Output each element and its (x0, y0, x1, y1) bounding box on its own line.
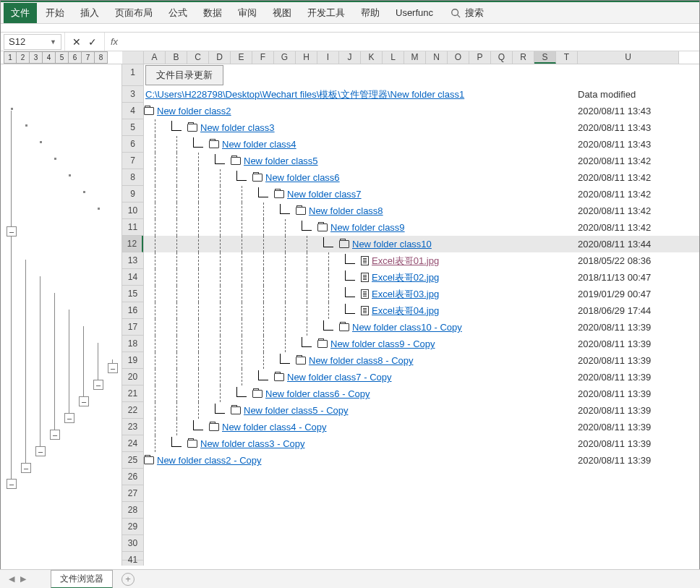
outline-collapse-button[interactable]: – (93, 380, 103, 390)
row-header-28[interactable]: 28 (122, 502, 143, 519)
ribbon-tab-开始[interactable]: 开始 (38, 3, 72, 23)
cancel-icon[interactable]: ✕ (72, 36, 81, 48)
add-sheet-button[interactable]: + (121, 573, 135, 586)
folder-link[interactable]: New folder class2 (157, 106, 231, 116)
outline-collapse-button[interactable]: – (64, 413, 74, 423)
outline-collapse-button[interactable]: – (108, 363, 118, 373)
col-header-F[interactable]: F (252, 51, 274, 64)
row-header-11[interactable]: 11 (122, 219, 143, 236)
file-link[interactable]: Excel表哥04.jpg (372, 304, 439, 318)
col-header-L[interactable]: L (383, 51, 404, 64)
folder-link[interactable]: New folder class7 - Copy (287, 372, 392, 383)
col-header-P[interactable]: P (469, 51, 491, 64)
col-header-B[interactable]: B (166, 51, 187, 64)
col-header-J[interactable]: J (339, 51, 361, 64)
folder-link[interactable]: New folder class9 (330, 222, 405, 233)
row-header-12[interactable]: 12 (122, 236, 143, 252)
row-header-7[interactable]: 7 (122, 153, 143, 169)
col-header-C[interactable]: C (187, 51, 209, 64)
ribbon-tab-Userfunc[interactable]: Userfunc (388, 4, 440, 22)
col-header-R[interactable]: R (513, 51, 534, 64)
row-header-14[interactable]: 14 (122, 269, 143, 286)
col-header-D[interactable]: D (209, 51, 231, 64)
folder-link[interactable]: New folder class6 (265, 172, 340, 183)
col-header-E[interactable]: E (231, 51, 252, 64)
row-header-17[interactable]: 17 (122, 319, 143, 336)
row-header-41[interactable]: 41 (122, 552, 143, 561)
formula-input[interactable] (124, 33, 699, 51)
col-header-I[interactable]: I (317, 51, 339, 64)
row-header-21[interactable]: 21 (122, 385, 143, 402)
col-header-N[interactable]: N (426, 51, 448, 64)
folder-link[interactable]: New folder class3 - Copy (200, 438, 305, 449)
folder-link[interactable]: New folder class6 - Copy (265, 388, 370, 399)
row-header-10[interactable]: 10 (122, 203, 143, 219)
folder-link[interactable]: New folder class10 (352, 239, 432, 250)
folder-link[interactable]: New folder class4 - Copy (222, 422, 327, 433)
confirm-icon[interactable]: ✓ (88, 36, 97, 48)
col-header-A[interactable]: A (144, 51, 166, 64)
col-header-O[interactable]: O (448, 51, 469, 64)
ribbon-tab-开发工具[interactable]: 开发工具 (300, 3, 352, 23)
ribbon-tab-页面布局[interactable]: 页面布局 (108, 3, 160, 23)
outline-level-7[interactable]: 7 (82, 51, 95, 64)
col-header-G[interactable]: G (274, 51, 296, 64)
row-header-13[interactable]: 13 (122, 252, 143, 269)
row-header-23[interactable]: 23 (122, 419, 143, 435)
row-header-24[interactable]: 24 (122, 435, 143, 452)
row-header-30[interactable]: 30 (122, 535, 143, 552)
row-header-22[interactable]: 22 (122, 402, 143, 419)
file-link[interactable]: Excel表哥01.jpg (372, 255, 439, 268)
folder-link[interactable]: New folder class2 - Copy (157, 455, 262, 466)
row-header-8[interactable]: 8 (122, 169, 143, 186)
row-header-1[interactable]: 1 (122, 64, 143, 86)
outline-collapse-button[interactable]: – (7, 479, 17, 489)
col-header-S[interactable]: S (534, 51, 556, 64)
outline-level-1[interactable]: 1 (4, 51, 17, 64)
folder-link[interactable]: New folder class8 (309, 205, 383, 216)
outline-collapse-button[interactable]: – (79, 396, 89, 406)
col-header-H[interactable]: H (296, 51, 317, 64)
outline-level-6[interactable]: 6 (69, 51, 82, 64)
ribbon-tab-数据[interactable]: 数据 (196, 3, 229, 23)
row-header-9[interactable]: 9 (122, 186, 143, 203)
ribbon-tab-插入[interactable]: 插入 (73, 3, 106, 23)
folder-link[interactable]: New folder class5 (244, 155, 318, 166)
row-header-27[interactable]: 27 (122, 485, 143, 502)
name-box-dropdown-icon[interactable]: ▼ (50, 38, 56, 46)
ribbon-tab-文件[interactable]: 文件 (4, 3, 37, 23)
col-header-K[interactable]: K (361, 51, 383, 64)
ribbon-tab-帮助[interactable]: 帮助 (354, 3, 387, 23)
file-link[interactable]: Excel表哥02.jpg (372, 271, 439, 284)
outline-level-8[interactable]: 8 (95, 51, 108, 64)
row-header-18[interactable]: 18 (122, 336, 143, 352)
col-header-Q[interactable]: Q (491, 51, 513, 64)
outline-level-2[interactable]: 2 (17, 51, 30, 64)
row-header-5[interactable]: 5 (122, 119, 143, 136)
ribbon-tab-视图[interactable]: 视图 (265, 3, 299, 23)
folder-link[interactable]: New folder class4 (222, 139, 296, 150)
folder-link[interactable]: New folder class8 - Copy (309, 355, 414, 366)
row-header-26[interactable]: 26 (122, 469, 143, 485)
name-box[interactable]: S12 ▼ (4, 34, 61, 50)
select-all-corner[interactable] (122, 51, 144, 64)
col-header-M[interactable]: M (404, 51, 426, 64)
sheet-tab[interactable]: 文件浏览器 (51, 570, 113, 589)
file-link[interactable]: Excel表哥03.jpg (372, 288, 439, 301)
row-header-20[interactable]: 20 (122, 369, 143, 385)
outline-collapse-button[interactable]: – (50, 430, 60, 440)
search-label[interactable]: 搜索 (465, 7, 484, 20)
row-header-25[interactable]: 25 (122, 452, 143, 469)
folder-link[interactable]: New folder class3 (200, 122, 275, 133)
row-header-16[interactable]: 16 (122, 302, 143, 319)
folder-link[interactable]: New folder class5 - Copy (244, 405, 349, 416)
row-header-3[interactable]: 3 (122, 86, 143, 103)
row-header-4[interactable]: 4 (122, 103, 143, 119)
col-header-U[interactable]: U (578, 51, 679, 64)
folder-link[interactable]: New folder class10 - Copy (352, 322, 462, 333)
path-link[interactable]: C:\Users\H228798\Desktop\Wechart files\模… (145, 88, 464, 101)
outline-level-3[interactable]: 3 (30, 51, 43, 64)
row-header-6[interactable]: 6 (122, 136, 143, 153)
row-header-15[interactable]: 15 (122, 286, 143, 302)
update-directory-button[interactable]: 文件目录更新 (145, 65, 223, 85)
